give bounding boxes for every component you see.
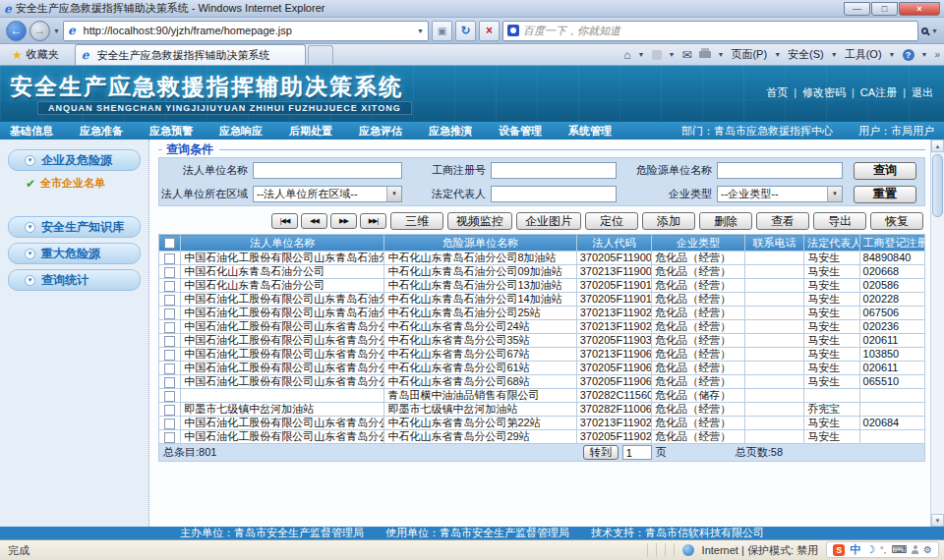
menu-item[interactable]: 系统管理 bbox=[568, 124, 612, 139]
goto-page-button[interactable]: 转到 bbox=[583, 445, 619, 460]
row-checkbox[interactable] bbox=[164, 405, 175, 416]
pager-button[interactable]: |◀◀ bbox=[271, 213, 298, 229]
sidebar-group-enterprise-hazard[interactable]: ▼ 企业及危险源 bbox=[8, 149, 141, 171]
pager-button[interactable]: ◀◀ bbox=[301, 213, 327, 229]
toolbar-button[interactable]: 添加 bbox=[642, 212, 695, 230]
search-options-icon[interactable]: ▼ bbox=[931, 28, 938, 34]
safety-menu[interactable]: 安全(S) bbox=[788, 47, 824, 62]
menu-item[interactable]: 后期处置 bbox=[289, 124, 332, 139]
menu-item[interactable]: 应急推演 bbox=[429, 124, 472, 139]
column-header[interactable]: 联系电话 bbox=[744, 235, 803, 252]
column-header[interactable]: 企业类型 bbox=[652, 235, 745, 252]
favorites-button[interactable]: ★ 收藏夹 bbox=[4, 45, 67, 65]
table-row[interactable]: 中国石油化工股份有限公司山东省青岛分公司 中石化山东省青岛分公司68站 3702… bbox=[159, 375, 925, 389]
chevron-down-icon[interactable]: ▼ bbox=[827, 187, 842, 201]
compatibility-view-button[interactable]: ▣ bbox=[432, 21, 452, 41]
maximize-button[interactable]: □ bbox=[871, 2, 898, 16]
search-input[interactable]: 百度一下，你就知道 bbox=[523, 24, 914, 38]
row-checkbox[interactable] bbox=[164, 295, 175, 306]
row-checkbox[interactable] bbox=[164, 377, 175, 388]
table-row[interactable]: 中国石油化工股份有限公司山东省青岛分公司 中石化山东省青岛分公司29站 3702… bbox=[159, 430, 925, 444]
column-header[interactable]: 工商登记注册号 bbox=[859, 235, 924, 252]
table-row[interactable]: 中国石油化工股份有限公司山东省青岛分公司 中石化山东省青岛分公司第22站 370… bbox=[159, 417, 925, 430]
tools-menu[interactable]: 工具(O) bbox=[845, 47, 882, 62]
top-link[interactable]: CA注册 bbox=[849, 85, 900, 100]
reg-no-input[interactable] bbox=[491, 162, 617, 179]
toolbar-button[interactable]: 三维 bbox=[390, 212, 443, 230]
tools-menu-arrow[interactable]: ▼ bbox=[889, 51, 896, 58]
table-row[interactable]: 青岛田横中油油品销售有限公司 370282C115602 危化品（储存） bbox=[159, 389, 925, 403]
hazard-name-input[interactable] bbox=[717, 162, 843, 179]
table-row[interactable]: 中国石油化工股份有限公司山东青岛石油分公司 中石化山东青岛石油分公司14加油站 … bbox=[159, 293, 925, 307]
row-checkbox[interactable] bbox=[164, 364, 175, 374]
new-tab-button[interactable] bbox=[308, 45, 333, 64]
row-checkbox[interactable] bbox=[164, 419, 175, 429]
menu-item[interactable]: 应急评估 bbox=[359, 124, 402, 139]
ime-language-toggle[interactable]: 中 bbox=[850, 542, 860, 557]
toolbar-button[interactable]: 企业图片 bbox=[516, 212, 581, 230]
top-link[interactable]: 首页 bbox=[763, 85, 791, 100]
ime-skin-icon[interactable] bbox=[912, 550, 918, 554]
search-icon[interactable] bbox=[921, 28, 928, 34]
sidebar-item-city-enterprise-list[interactable]: ✔ 全市企业名单 bbox=[26, 176, 148, 191]
table-row[interactable]: 中国石油化工股份有限公司山东青岛石油分公司 中石化山东青岛石油分公司25站 37… bbox=[159, 307, 925, 320]
feed-dropdown-icon[interactable]: ▼ bbox=[669, 51, 676, 58]
help-menu-arrow[interactable]: ▼ bbox=[921, 51, 928, 58]
toolbar-button[interactable]: 查看 bbox=[756, 212, 809, 230]
menu-item[interactable]: 应急准备 bbox=[80, 124, 123, 139]
reset-button[interactable]: 重置 bbox=[854, 186, 916, 203]
toolbar-button[interactable]: 导出 bbox=[813, 212, 866, 230]
row-checkbox[interactable] bbox=[164, 253, 175, 264]
overflow-chevron-icon[interactable]: » bbox=[934, 49, 940, 60]
sogou-logo-icon[interactable]: S bbox=[833, 544, 845, 556]
scroll-up-icon[interactable]: ▲ bbox=[931, 140, 944, 152]
sidebar-group-query-statistics[interactable]: ▼ 查询统计 bbox=[8, 269, 141, 291]
row-checkbox[interactable] bbox=[164, 281, 175, 292]
address-bar[interactable]: e http://localhost:90/yjzh/frame/homepag… bbox=[63, 21, 429, 41]
history-dropdown-icon[interactable]: ▼ bbox=[53, 28, 60, 34]
column-header[interactable]: 法人代码 bbox=[576, 235, 651, 252]
chevron-down-icon[interactable]: ▼ bbox=[386, 187, 401, 201]
page-menu[interactable]: 页面(P) bbox=[731, 47, 767, 62]
print-dropdown-icon[interactable]: ▼ bbox=[718, 51, 725, 58]
home-icon[interactable]: ⌂ bbox=[623, 48, 630, 62]
table-row[interactable]: 即墨市七级镇中岔河加油站 即墨市七级镇中岔河加油站 370282F110063 … bbox=[159, 403, 925, 417]
sidebar-group-major-hazard[interactable]: ▼ 重大危险源 bbox=[8, 243, 141, 264]
ime-symbol-icon[interactable]: °, bbox=[880, 545, 886, 555]
pager-button[interactable]: ▶▶ bbox=[330, 213, 357, 229]
keyboard-icon[interactable]: ⌨ bbox=[891, 543, 907, 556]
table-row[interactable]: 中国石油化工股份有限公司山东省青岛分公司 中石化山东省青岛分公司61站 3702… bbox=[159, 362, 925, 375]
menu-item[interactable]: 应急响应 bbox=[219, 124, 263, 139]
scrollbar-thumb[interactable] bbox=[932, 154, 943, 217]
address-dropdown-icon[interactable]: ▼ bbox=[417, 28, 424, 34]
table-row[interactable]: 中国石油化工股份有限公司山东省青岛分公司 中石化山东省青岛分公司24站 3702… bbox=[159, 320, 925, 334]
help-icon[interactable]: ? bbox=[903, 49, 914, 61]
scroll-down-icon[interactable]: ▼ bbox=[931, 514, 944, 527]
column-header[interactable]: 法定代表人 bbox=[804, 235, 859, 252]
table-row[interactable]: 中国石化山东青岛石油分公司 中石化山东青岛石油分公司09加油站 370213F1… bbox=[159, 265, 925, 279]
region-select[interactable]: --法人单位所在区域-- ▼ bbox=[253, 186, 402, 202]
address-input[interactable]: http://localhost:90/yjzh/frame/homepage.… bbox=[84, 25, 413, 36]
home-dropdown-icon[interactable]: ▼ bbox=[638, 51, 645, 58]
row-checkbox[interactable] bbox=[164, 322, 175, 333]
close-button[interactable]: × bbox=[899, 2, 940, 16]
toolbar-button[interactable]: 视频监控 bbox=[447, 212, 512, 230]
vertical-scrollbar[interactable]: ▲ ▼ bbox=[930, 140, 944, 527]
menu-item[interactable]: 设备管理 bbox=[499, 124, 542, 139]
menu-item[interactable]: 基础信息 bbox=[10, 124, 53, 139]
back-button[interactable]: ← bbox=[6, 21, 27, 41]
print-icon[interactable] bbox=[699, 51, 711, 58]
row-checkbox[interactable] bbox=[164, 391, 175, 402]
mail-icon[interactable]: ✉ bbox=[681, 48, 691, 62]
ime-settings-icon[interactable]: ⚙ bbox=[923, 544, 932, 555]
page-number-input[interactable] bbox=[622, 445, 652, 460]
table-row[interactable]: 中国石油化工股份有限公司山东省青岛分公司 中石化山东省青岛分公司35站 3702… bbox=[159, 334, 925, 348]
row-checkbox[interactable] bbox=[164, 336, 175, 347]
toolbar-button[interactable]: 定位 bbox=[585, 212, 638, 230]
row-checkbox[interactable] bbox=[164, 308, 175, 319]
top-link[interactable]: 修改密码 bbox=[791, 85, 849, 100]
table-row[interactable]: 中国石油化工股份有限公司山东省青岛分公司 中石化山东省青岛分公司67站 3702… bbox=[159, 348, 925, 362]
refresh-button[interactable]: ↻ bbox=[455, 21, 476, 41]
forward-button[interactable]: → bbox=[30, 21, 50, 41]
toolbar-button[interactable]: 恢复 bbox=[870, 212, 923, 230]
